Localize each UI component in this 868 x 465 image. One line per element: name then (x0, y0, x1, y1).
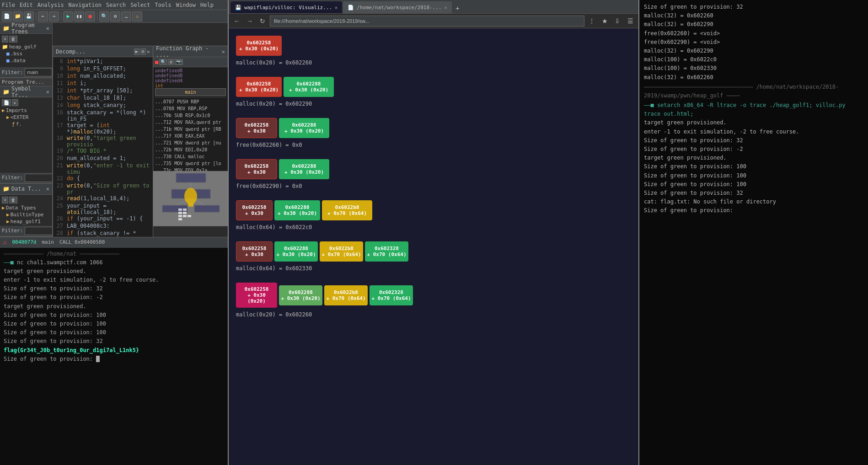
data-types-close[interactable]: ✕ (46, 186, 49, 192)
tab-favicon-1: 💾 (235, 5, 241, 11)
rt-line-5: free(0x602290) = <void> (644, 38, 863, 47)
pt-item-bss[interactable]: ■ .bss (1, 50, 51, 57)
menu-help[interactable]: Help (200, 2, 214, 8)
dt-item-datatypes[interactable]: ▶ Data Types (1, 204, 51, 211)
st-item-imports[interactable]: ▶ Imports (1, 107, 51, 114)
menu-btn[interactable]: ☰ (625, 16, 636, 27)
tb-settings[interactable]: ⚙ (110, 11, 120, 21)
heap-block-2-2: 0x602288+ 0x30 (0x20) (284, 77, 334, 97)
heap-block-3-2: 0x602288+ 0x30 (0x20) (279, 118, 329, 138)
dc-line-28: 28 if (stack_canary != *(long (54, 230, 152, 237)
pt-item-data[interactable]: ■ .data (1, 57, 51, 64)
tab-close-2[interactable]: ✕ (445, 5, 447, 10)
rt-line-2: malloc(32) = 0x602260 (644, 11, 863, 20)
fg-tb-zoom[interactable]: 🔍 (159, 59, 167, 65)
tb-stop[interactable]: ■ (85, 11, 95, 21)
dc-line-18: 18 write(0,"target green provisio (54, 135, 152, 148)
menu-file[interactable]: File (2, 2, 15, 8)
filter-label-dt: Filter: (2, 228, 23, 234)
heap-row-2-blocks: 0x602258+ 0x30 (0x20) 0x602288+ 0x30 (0x… (236, 77, 631, 97)
tb-undo[interactable]: ← (38, 11, 48, 21)
menu-window[interactable]: Window (176, 2, 196, 8)
fg-tb-stop[interactable]: ■ (155, 59, 158, 65)
menu-select[interactable]: Select (130, 2, 150, 8)
address-bar[interactable] (270, 16, 584, 27)
prog-trees-filter-input[interactable] (25, 68, 52, 76)
dc-tb-icon2[interactable]: ⚙ (140, 48, 146, 55)
sym-tree-filter-input[interactable] (25, 174, 53, 182)
pt-add-icon[interactable]: + (2, 36, 8, 43)
term-line-10: Size of green to provision: 32 (4, 337, 224, 346)
new-tab-button[interactable]: + (453, 3, 463, 13)
st-icon1[interactable]: 📄 (2, 99, 11, 106)
fg-close[interactable]: ✕ (222, 48, 225, 55)
svg-rect-9 (178, 208, 182, 211)
fg-tb-settings[interactable]: ⚙ (168, 59, 174, 65)
st-icon2[interactable]: ▸ (12, 99, 18, 106)
dt-del-icon[interactable]: 🗑 (9, 197, 17, 203)
data-types-header: 📁 Data T... ✕ (0, 184, 52, 195)
menu-analysis[interactable]: Analysis (38, 2, 64, 8)
heap-block-6-2: 0x602288+ 0x30 (0x20) (274, 241, 318, 262)
forward-button[interactable]: → (244, 16, 255, 27)
sym-tree-panel: 📁 Symbol Tr... ✕ 📄 ▸ ▶ Imports (0, 86, 52, 184)
func-graph-header: Function Graph - .... ✕ (153, 46, 228, 57)
heap-row-1: 0x602258+ 0x30 (0x20) malloc(0x20) = 0x6… (236, 36, 631, 66)
tab-close-1[interactable]: ✕ (335, 5, 338, 10)
rt-line-19: cat: flag.txt: No such file or directory (644, 198, 863, 206)
rt-line-15: Size of green to provision: 100 (644, 162, 863, 171)
bookmark-btn[interactable]: ⋮ (586, 16, 597, 27)
pt-item-heap-golf[interactable]: 📁 heap_golf (1, 43, 51, 50)
tb-pause[interactable]: ▮▮ (74, 11, 84, 21)
dt-item-heapgolf[interactable]: ▶ heap_golf1 (1, 218, 51, 225)
reload-button[interactable]: ↻ (257, 16, 268, 27)
prog-trees-close[interactable]: ✕ (46, 25, 49, 32)
rt-line-14: target green provisioned. (644, 154, 863, 162)
menu-navigation[interactable]: Navigation (69, 2, 102, 8)
rt-line-18: Size of green to provision: 32 (644, 189, 863, 198)
rt-content: Size of green to provision: 32 malloc(32… (639, 0, 868, 465)
menu-tools[interactable]: Tools (155, 2, 171, 8)
tb-more[interactable]: … (121, 11, 131, 21)
status-func: main (42, 239, 54, 245)
menu-edit[interactable]: Edit (20, 2, 33, 8)
decompiler-close[interactable]: ✕ (147, 48, 150, 55)
decompiler-title: Decomp... (56, 48, 86, 55)
prog-trees-title: Program Trees (11, 23, 44, 35)
heap-block-2-1: 0x602258+ 0x30 (0x20) (236, 77, 282, 97)
tb-open[interactable]: 📁 (13, 11, 23, 21)
browser-tab-2[interactable]: 📄 /home/nat/workspace/2018-... ✕ (343, 1, 451, 13)
fg-asm-line-7: ...721 MOV dword ptr [nu (155, 139, 226, 146)
st-item-extern[interactable]: ▶ <EXTER (1, 114, 51, 121)
dc-line-16: 16 stack_canary = *(long *)(in_FS (54, 109, 152, 122)
back-button[interactable]: ← (231, 16, 242, 27)
term-last-line: Size of green to provision: (4, 355, 224, 363)
menu-search[interactable]: Search (106, 2, 126, 8)
term-line-9: Size of green to provision: 100 (4, 328, 224, 337)
dt-add-icon[interactable]: + (2, 197, 8, 203)
rt-line-20: Size of green to provision: (644, 206, 863, 215)
data-types-filter-input[interactable] (25, 227, 53, 235)
tb-run[interactable]: ▶ (63, 11, 73, 21)
download-btn[interactable]: ⇩ (612, 16, 623, 27)
prog-trees-selected: Program Tre... (0, 78, 52, 86)
pt-del-icon[interactable]: 🗑 (9, 36, 17, 43)
folder-icon-extern: ▶ (6, 114, 10, 120)
heap-row-5-blocks: 0x602258+ 0x30 0x602288+ 0x30 (0x20) 0x6… (236, 200, 631, 220)
tb-warn[interactable]: ⚠ (132, 11, 142, 21)
star-btn[interactable]: ★ (599, 16, 610, 27)
heap-row-2: 0x602258+ 0x30 (0x20) 0x602288+ 0x30 (0x… (236, 77, 631, 107)
heap-block-6-1: 0x602258+ 0x30 (236, 241, 273, 262)
tb-search[interactable]: 🔍 (99, 11, 109, 21)
st-item-f[interactable]: ƒ f. (1, 121, 51, 128)
fg-tb-cam[interactable]: 📷 (175, 59, 183, 65)
tb-new[interactable]: 📄 (2, 11, 12, 21)
tb-redo[interactable]: → (49, 11, 59, 21)
dc-tb-icon1[interactable]: ▶ (134, 48, 139, 55)
dt-item-builtin[interactable]: ▶ BuiltinType (1, 211, 51, 218)
heap-row-3-label: free(0x602260) = 0x0 (236, 142, 631, 148)
sym-tree-close[interactable]: ✕ (46, 89, 49, 95)
dt-icon: 📁 (3, 186, 10, 192)
browser-tab-1[interactable]: 💾 wapiflapi/villoc: Visualiz... ✕ (230, 1, 342, 13)
tb-save[interactable]: 💾 (24, 11, 34, 21)
